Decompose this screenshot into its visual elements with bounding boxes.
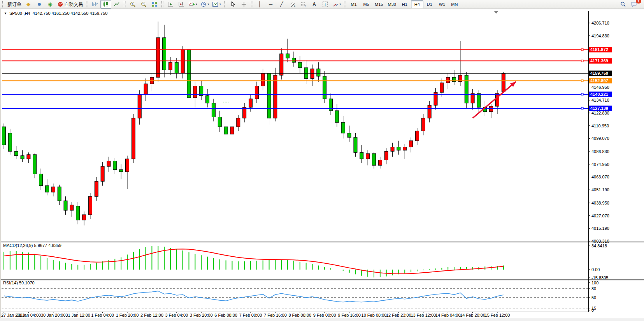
toolbar-grip (344, 1, 346, 7)
timeframe-m1[interactable]: M1 (347, 0, 360, 8)
toolbar-grip (124, 1, 126, 7)
timeframe-h4[interactable]: H4 (411, 0, 423, 8)
macd-panel (4, 246, 590, 278)
timeframe-m30[interactable]: M30 (385, 0, 398, 8)
svg-text:4086.830: 4086.830 (591, 149, 609, 154)
text-tool-icon: A (312, 2, 316, 7)
zoom-in-button[interactable] (127, 0, 138, 9)
dropdown-caret: ▾ (208, 3, 209, 6)
shift-marker[interactable] (494, 11, 498, 14)
text-tool-button[interactable]: A (309, 0, 320, 9)
svg-text:4099.070: 4099.070 (591, 136, 609, 141)
bar-chart-mode-button[interactable] (89, 0, 100, 9)
timeframe-h1[interactable]: H1 (398, 0, 411, 8)
auto-trading-button[interactable]: 自动交易 (56, 0, 84, 9)
price-line[interactable] (2, 106, 612, 111)
toolbar-grip (2, 1, 4, 7)
candlestick-icon (103, 1, 109, 7)
svg-text:8 Feb 08:00: 8 Feb 08:00 (288, 313, 311, 317)
template-icon (212, 1, 218, 7)
svg-text:50: 50 (591, 295, 596, 300)
trade-marker[interactable] (223, 98, 229, 106)
timeframe-m15[interactable]: M15 (372, 0, 385, 8)
crosshair-tool-button[interactable] (239, 0, 249, 9)
search-button[interactable] (618, 0, 628, 9)
price-line[interactable] (2, 47, 612, 52)
templates-button[interactable]: ▾ (211, 0, 223, 9)
svg-text:4194.830: 4194.830 (591, 34, 609, 38)
svg-text:0.00: 0.00 (591, 267, 600, 272)
status-strip (0, 318, 644, 321)
rsi-indicator-label: RSI(14) 59.1070 (3, 280, 35, 285)
trendline-icon: ╱ (280, 1, 283, 7)
order-ticket-button[interactable]: ◆ (23, 0, 34, 9)
chart-shift-button[interactable] (176, 0, 187, 9)
ticket-icon: ◆ (26, 1, 30, 7)
window-left-edge (0, 9, 1, 318)
toolbar-grip (161, 1, 163, 7)
trendline-tool-button[interactable]: ╱ (276, 0, 287, 9)
channel-tool-button[interactable]: E (287, 0, 298, 9)
auto-trading-label: 自动交易 (64, 1, 83, 8)
svg-text:4171.369: 4171.369 (590, 58, 608, 63)
price-line[interactable] (2, 92, 612, 97)
auto-scroll-button[interactable] (165, 0, 176, 9)
periods-button[interactable]: ▾ (199, 0, 211, 9)
tile-windows-button[interactable] (149, 0, 160, 9)
toolbar-grip (224, 1, 226, 7)
svg-text:4146.950: 4146.950 (591, 85, 609, 90)
chart-shift-icon (178, 1, 184, 7)
fibonacci-tool-button[interactable]: F (298, 0, 309, 9)
svg-text:4063.070: 4063.070 (591, 175, 609, 179)
svg-text:-15.8305: -15.8305 (591, 275, 608, 280)
dropdown-caret: ▾ (196, 3, 197, 6)
svg-text:4122.830: 4122.830 (591, 111, 609, 115)
price-line[interactable] (2, 78, 612, 83)
svg-text:15 Feb 12:00: 15 Feb 12:00 (485, 313, 510, 317)
channel-icon: E (290, 1, 296, 7)
line-chart-mode-button[interactable] (111, 0, 122, 9)
cursor-tool-button[interactable] (228, 0, 239, 9)
svg-text:7 Feb 00:00: 7 Feb 00:00 (239, 313, 262, 317)
auto-trading-icon (57, 1, 63, 7)
cursor-icon (230, 1, 236, 7)
horizontal-line-icon: ─ (269, 1, 272, 7)
arrows-tool-button[interactable]: ▾ (331, 0, 343, 9)
new-order-label: 新订单 (7, 1, 21, 8)
chart-title[interactable]: ▼ SP500-,H4 4142.750 4161.250 4142.550 4… (4, 11, 107, 16)
svg-text:4140.221: 4140.221 (590, 92, 608, 97)
candlestick-mode-button[interactable] (100, 0, 111, 9)
text-label-icon: T (323, 2, 328, 7)
svg-text:4181.872: 4181.872 (590, 47, 608, 52)
svg-text:30 Jan 20:00: 30 Jan 20:00 (41, 313, 66, 317)
svg-text:4206.710: 4206.710 (591, 21, 609, 25)
price-chart-canvas[interactable]: 4206.7104194.8304146.9504134.7104122.830… (0, 9, 644, 318)
text-label-tool-button[interactable]: T (320, 0, 331, 9)
timeframe-m5[interactable]: M5 (360, 0, 372, 8)
svg-text:4015.190: 4015.190 (591, 226, 609, 231)
toolbar-grip (86, 1, 88, 7)
price-line[interactable] (2, 58, 612, 63)
symbol-period-label: SP500-,H4 (9, 11, 30, 16)
svg-text:1 Feb 04:00: 1 Feb 04:00 (91, 313, 114, 317)
signals-button[interactable]: ◉ (45, 0, 56, 9)
chart-menu-icon[interactable]: ▼ (4, 12, 7, 15)
svg-text:12 Feb 23:00: 12 Feb 23:00 (386, 313, 411, 317)
timeframe-d1[interactable]: D1 (423, 0, 436, 8)
chat-button[interactable]: 1 (628, 0, 639, 9)
rsi-panel (2, 283, 590, 310)
expert-advisors-button[interactable]: ☻ (34, 0, 45, 9)
svg-text:100: 100 (591, 280, 598, 285)
timeframe-w1[interactable]: W1 (436, 0, 448, 8)
search-icon (620, 1, 626, 7)
new-order-button[interactable]: 新订单 (6, 0, 23, 9)
chart-window: 4206.7104194.8304146.9504134.7104122.830… (0, 9, 644, 318)
horizontal-line-tool-button[interactable]: ─ (265, 0, 276, 9)
svg-text:4127.139: 4127.139 (590, 106, 608, 111)
vertical-line-tool-button[interactable]: │ (254, 0, 265, 9)
indicators-button[interactable]: ▾ (187, 0, 199, 9)
timeframe-mn[interactable]: MN (448, 0, 461, 8)
svg-text:14 Feb 04:00: 14 Feb 04:00 (435, 313, 461, 317)
zoom-out-button[interactable] (138, 0, 149, 9)
clock-icon (200, 1, 207, 7)
